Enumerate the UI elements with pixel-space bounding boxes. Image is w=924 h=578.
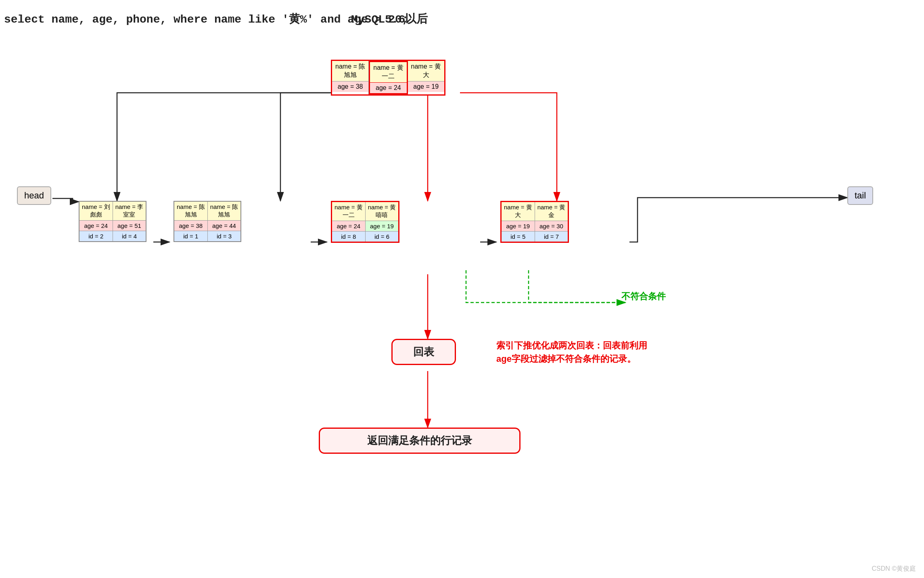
leaf-name-3-2: name = 黄嘻嘻 bbox=[366, 202, 399, 221]
root-cell-2-age: age = 24 bbox=[370, 83, 406, 93]
sql-query: select name, age, phone, where name like… bbox=[4, 11, 409, 27]
leaf-id-2-1: id = 1 bbox=[174, 231, 207, 241]
leaf-age-1-2: age = 51 bbox=[113, 221, 146, 231]
leaf-node-4: name = 黄大 age = 19 id = 5 name = 黄金 age … bbox=[500, 201, 569, 243]
tail-label: tail bbox=[855, 190, 866, 200]
watermark: CSDN ©黄俊庭 bbox=[872, 565, 916, 573]
leaf-age-3-2: age = 19 bbox=[366, 221, 399, 232]
tail-box: tail bbox=[847, 186, 873, 205]
return-table-label: 回表 bbox=[413, 346, 434, 358]
root-cell-3-name: name = 黄大 bbox=[408, 61, 444, 81]
not-match-label: 不符合条件 bbox=[621, 290, 666, 303]
leaf-age-4-1: age = 19 bbox=[502, 221, 535, 232]
annotation-text: 索引下推优化成两次回表：回表前利用age字段过滤掉不符合条件的记录。 bbox=[496, 340, 647, 364]
leaf-cell-4-1: name = 黄大 age = 19 id = 5 bbox=[502, 202, 535, 242]
leaf-name-2-2: name = 陈旭旭 bbox=[208, 202, 241, 221]
root-cell-2: name = 黄一二 age = 24 bbox=[369, 61, 408, 94]
leaf-id-3-2: id = 6 bbox=[366, 232, 399, 242]
leaf-age-1-1: age = 24 bbox=[79, 221, 113, 231]
result-label: 返回满足条件的行记录 bbox=[367, 434, 472, 447]
leaf-id-4-1: id = 5 bbox=[502, 232, 535, 242]
leaf-name-1-1: name = 刘彪彪 bbox=[79, 202, 113, 221]
leaf-name-3-1: name = 黄一二 bbox=[332, 202, 365, 221]
leaf-age-4-2: age = 30 bbox=[535, 221, 568, 232]
head-box: head bbox=[17, 186, 51, 205]
leaf-cell-2-2: name = 陈旭旭 age = 44 id = 3 bbox=[208, 202, 241, 241]
leaf-name-4-2: name = 黄金 bbox=[535, 202, 568, 221]
root-cell-1: name = 陈旭旭 age = 38 bbox=[332, 61, 369, 94]
leaf-age-2-2: age = 44 bbox=[208, 221, 241, 231]
return-table-box: 回表 bbox=[391, 339, 456, 365]
leaf-id-1-2: id = 4 bbox=[113, 231, 146, 241]
leaf-name-1-2: name = 李室室 bbox=[113, 202, 146, 221]
leaf-cell-2-1: name = 陈旭旭 age = 38 id = 1 bbox=[174, 202, 208, 241]
root-node: name = 陈旭旭 age = 38 name = 黄一二 age = 24 … bbox=[331, 60, 445, 96]
leaf-cell-1-1: name = 刘彪彪 age = 24 id = 2 bbox=[79, 202, 113, 241]
result-box: 返回满足条件的行记录 bbox=[319, 428, 521, 454]
leaf-id-4-2: id = 7 bbox=[535, 232, 568, 242]
leaf-name-2-1: name = 陈旭旭 bbox=[174, 202, 207, 221]
leaf-id-3-1: id = 8 bbox=[332, 232, 365, 242]
annotation-box: 索引下推优化成两次回表：回表前利用age字段过滤掉不符合条件的记录。 bbox=[496, 339, 647, 365]
root-cell-1-age: age = 38 bbox=[332, 81, 368, 92]
leaf-cell-3-2: name = 黄嘻嘻 age = 19 id = 6 bbox=[366, 202, 399, 242]
leaf-cell-4-2: name = 黄金 age = 30 id = 7 bbox=[535, 202, 568, 242]
leaf-cell-3-1: name = 黄一二 age = 24 id = 8 bbox=[332, 202, 366, 242]
leaf-id-2-2: id = 3 bbox=[208, 231, 241, 241]
leaf-node-1: name = 刘彪彪 age = 24 id = 2 name = 李室室 ag… bbox=[79, 201, 146, 242]
leaf-node-2: name = 陈旭旭 age = 38 id = 1 name = 陈旭旭 ag… bbox=[174, 201, 241, 242]
leaf-age-2-1: age = 38 bbox=[174, 221, 207, 231]
root-cell-3-age: age = 19 bbox=[408, 81, 444, 92]
root-cell-3: name = 黄大 age = 19 bbox=[408, 61, 444, 94]
leaf-cell-1-2: name = 李室室 age = 51 id = 4 bbox=[113, 202, 146, 241]
root-cell-1-name: name = 陈旭旭 bbox=[332, 61, 368, 81]
root-cell-2-name: name = 黄一二 bbox=[370, 62, 406, 83]
mysql-version: MySQL5.6以后 bbox=[351, 11, 428, 27]
leaf-id-1-1: id = 2 bbox=[79, 231, 113, 241]
leaf-node-3: name = 黄一二 age = 24 id = 8 name = 黄嘻嘻 ag… bbox=[331, 201, 399, 243]
leaf-age-3-1: age = 24 bbox=[332, 221, 365, 232]
leaf-name-4-1: name = 黄大 bbox=[502, 202, 535, 221]
head-label: head bbox=[24, 190, 44, 200]
